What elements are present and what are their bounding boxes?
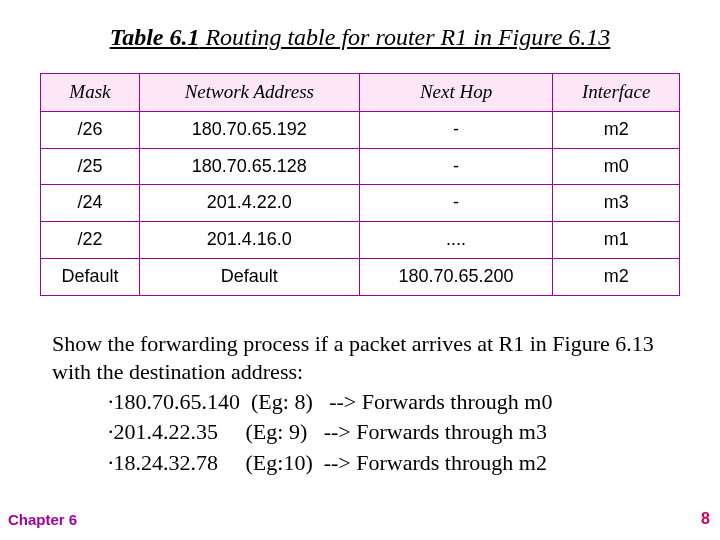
footer-chapter: Chapter 6	[8, 511, 77, 528]
table-header-row: Mask Network Address Next Hop Interface	[41, 74, 680, 112]
cell-mask: /24	[41, 185, 140, 222]
routing-table: Mask Network Address Next Hop Interface …	[40, 73, 680, 296]
table-caption: Table 6.1 Routing table for router R1 in…	[40, 24, 680, 51]
cell-mask: /25	[41, 148, 140, 185]
problem-text: Show the forwarding process if a packet …	[52, 330, 668, 477]
cell-hop: -	[359, 185, 553, 222]
cell-hop: ....	[359, 222, 553, 259]
table-row: /26 180.70.65.192 - m2	[41, 111, 680, 148]
cell-net: 180.70.65.128	[139, 148, 359, 185]
slide: Table 6.1 Routing table for router R1 in…	[0, 0, 720, 540]
cell-hop: 180.70.65.200	[359, 259, 553, 296]
cell-mask: /22	[41, 222, 140, 259]
cell-hop: -	[359, 111, 553, 148]
caption-label: Table 6.1	[110, 24, 200, 50]
cell-iface: m1	[553, 222, 680, 259]
example-line: ·201.4.22.35 (Eg: 9) --> Forwards throug…	[108, 418, 668, 446]
example-line: ·18.24.32.78 (Eg:10) --> Forwards throug…	[108, 449, 668, 477]
cell-net: 201.4.22.0	[139, 185, 359, 222]
table-row: Default Default 180.70.65.200 m2	[41, 259, 680, 296]
table-row: /25 180.70.65.128 - m0	[41, 148, 680, 185]
cell-iface: m0	[553, 148, 680, 185]
caption-rest: Routing table for router R1 in Figure 6.…	[199, 24, 610, 50]
table-row: /24 201.4.22.0 - m3	[41, 185, 680, 222]
page-number: 8	[701, 510, 710, 528]
cell-iface: m2	[553, 259, 680, 296]
col-next-hop: Next Hop	[359, 74, 553, 112]
cell-iface: m3	[553, 185, 680, 222]
cell-net: Default	[139, 259, 359, 296]
col-network-address: Network Address	[139, 74, 359, 112]
table-row: /22 201.4.16.0 .... m1	[41, 222, 680, 259]
col-mask: Mask	[41, 74, 140, 112]
cell-net: 180.70.65.192	[139, 111, 359, 148]
problem-lead: Show the forwarding process if a packet …	[52, 330, 668, 386]
cell-hop: -	[359, 148, 553, 185]
cell-net: 201.4.16.0	[139, 222, 359, 259]
example-line: ·180.70.65.140 (Eg: 8) --> Forwards thro…	[108, 388, 668, 416]
cell-mask: Default	[41, 259, 140, 296]
cell-iface: m2	[553, 111, 680, 148]
cell-mask: /26	[41, 111, 140, 148]
col-interface: Interface	[553, 74, 680, 112]
